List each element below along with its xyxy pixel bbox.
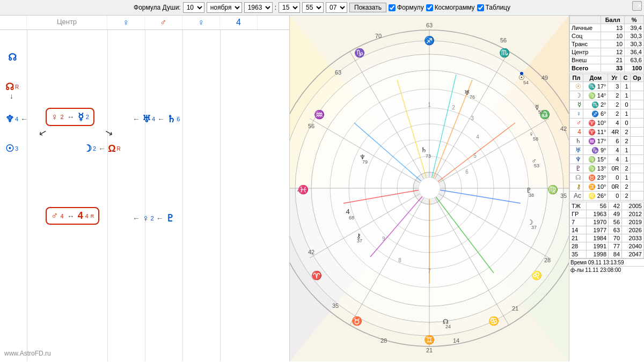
year-v3: 2019: [622, 218, 644, 226]
svg-text:58: 58: [533, 136, 538, 142]
planet-house: 0R: [608, 164, 621, 173]
cb-formula[interactable]: [389, 4, 396, 11]
venus2-sym: ♀: [142, 213, 150, 224]
diag-arrow1: ↙: [37, 125, 48, 139]
year-select[interactable]: 1963: [244, 2, 273, 13]
arrow-l1: ←: [133, 115, 140, 123]
score-pct: 36,4: [625, 48, 644, 56]
planet-sym: Ac: [570, 191, 583, 201]
watermark: www.AstroFD.ru: [4, 350, 51, 357]
scores-table: Балл % Личные 13 39,4Соц 10 30,3Транс 10…: [569, 16, 644, 72]
planet-sym: ♂: [570, 119, 583, 128]
neptune-num: 4: [15, 116, 18, 122]
uranus-sym: ♅: [142, 113, 151, 125]
year-v1: 1977: [587, 226, 609, 234]
score-pct: 30,3: [625, 32, 644, 40]
close-button[interactable]: ✕: [632, 1, 642, 11]
planet-or: [630, 137, 643, 146]
planet-sign: ♊ 10°: [583, 182, 608, 191]
svg-text:21: 21: [512, 305, 518, 312]
score-label: Транс: [570, 40, 601, 48]
center-box: ♀2 ↔ ☿2: [46, 108, 94, 126]
year-v3: 2033: [622, 234, 644, 242]
cb-formula-label: Формулу: [397, 4, 424, 11]
jupiter-sym: 4: [78, 210, 83, 221]
year-v3: 2026: [622, 226, 644, 234]
cb-kosmogram-label: Космограмму: [435, 4, 475, 11]
svg-text:♉: ♉: [352, 316, 362, 326]
cb-table[interactable]: [477, 4, 484, 11]
planet-sym: ♀: [570, 109, 583, 119]
svg-text:♏: ♏: [499, 48, 510, 58]
planet-s: 0: [621, 119, 630, 128]
planet-house: 0: [608, 191, 621, 201]
score-pct: 100: [625, 64, 644, 72]
col-ball-header: Балл: [601, 16, 625, 24]
planet-sym: ☊: [570, 173, 583, 182]
svg-text:1: 1: [428, 102, 431, 108]
show-button[interactable]: Показать: [349, 3, 386, 12]
planet-or: [630, 119, 643, 128]
svg-text:42: 42: [560, 125, 567, 132]
year-label: ТЖ: [570, 202, 587, 210]
svg-text:2: 2: [452, 105, 455, 110]
year-v1: 1998: [587, 250, 609, 258]
time1-select[interactable]: 15: [279, 2, 300, 13]
svg-text:54: 54: [523, 80, 529, 85]
formula-label: Формула Души:: [134, 4, 181, 11]
year-v2: 56: [609, 218, 622, 226]
month-select[interactable]: ноября: [207, 2, 242, 13]
score-pct: 30,3: [625, 40, 644, 48]
svg-text:56: 56: [308, 123, 314, 129]
year-v1: 1984: [587, 234, 609, 242]
svg-text:42: 42: [308, 249, 314, 255]
score-val: 10: [601, 32, 625, 40]
svg-text:76: 76: [470, 94, 475, 100]
cb-kosmogram[interactable]: [426, 4, 433, 11]
svg-text:79: 79: [362, 159, 368, 165]
node-symbol: ☊: [5, 81, 14, 93]
moon-row: ☽2 ← Ω R: [83, 143, 121, 154]
year-v2: 42: [609, 202, 622, 210]
score-val: 12: [601, 48, 625, 56]
svg-text:14: 14: [453, 337, 459, 344]
omega-sym: Ω: [108, 143, 115, 154]
planet-house: 6: [608, 137, 621, 146]
arrow-l2: ←: [157, 115, 165, 123]
planet-sign: ♍ 13°: [583, 164, 608, 173]
planet-s: 1: [621, 82, 630, 91]
year-v2: 77: [609, 242, 622, 250]
planet-sym: 4: [570, 128, 583, 137]
venus2-num: 2: [151, 215, 154, 221]
day-select[interactable]: 10: [183, 2, 204, 13]
svg-text:♊: ♊: [424, 335, 435, 345]
svg-text:49: 49: [541, 75, 548, 81]
year-v2: 49: [609, 210, 622, 218]
year-v2: 84: [609, 250, 622, 258]
svg-text:35: 35: [332, 302, 339, 309]
ph-pl: Пл: [570, 74, 583, 82]
svg-text:♑: ♑: [354, 48, 365, 58]
planet-or: [630, 164, 643, 173]
planet-or: [630, 91, 643, 100]
planet-sign: ♈ 11°: [583, 128, 608, 137]
time2-select[interactable]: 55: [302, 2, 324, 13]
col-h5: 4: [220, 16, 258, 29]
main-area: Центр ♀ ♂ ♀ 4 ☊ ☊ R ↓: [0, 16, 644, 361]
planet-s: 2: [621, 182, 630, 191]
planet-s: 1: [621, 109, 630, 119]
mars-num: 4: [61, 213, 64, 219]
planet-s: 0: [621, 100, 630, 109]
svg-text:63: 63: [426, 22, 433, 28]
right-panel: Балл % Личные 13 39,4Соц 10 30,3Транс 10…: [569, 16, 644, 361]
planets-table: Пл Дом Уг С Ор ☉ ♏ 17° 3 1 ☽ ♍ 14°: [569, 73, 644, 201]
venus2-row: ← ♀2 ← ♇: [131, 212, 174, 224]
planet-s: 1: [621, 155, 630, 164]
planet-sign: ♐ 6°: [583, 109, 608, 119]
year-label: 21: [570, 234, 587, 242]
col-h2: ♀: [107, 16, 145, 29]
svg-text:38: 38: [529, 193, 534, 198]
col-label-header: [570, 16, 601, 24]
time3-select[interactable]: 07: [326, 2, 347, 13]
formula-header: Центр ♀ ♂ ♀ 4: [0, 16, 289, 30]
